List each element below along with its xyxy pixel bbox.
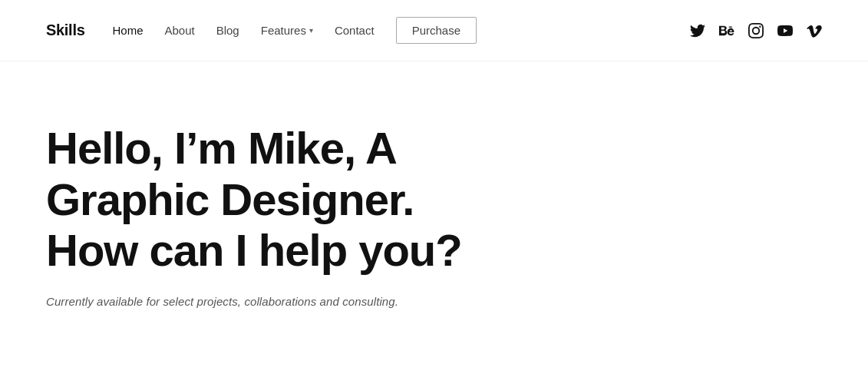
chevron-down-icon: ▾ xyxy=(309,26,313,35)
instagram-icon[interactable] xyxy=(748,23,764,38)
site-header: Skills Home About Blog Features ▾ Contac… xyxy=(0,0,868,61)
nav-item-features[interactable]: Features ▾ xyxy=(261,24,313,37)
site-logo[interactable]: Skills xyxy=(46,22,84,39)
nav-item-contact[interactable]: Contact xyxy=(335,24,375,37)
nav-item-home[interactable]: Home xyxy=(112,24,143,37)
header-left: Skills Home About Blog Features ▾ Contac… xyxy=(46,17,477,44)
nav-item-about[interactable]: About xyxy=(164,24,194,37)
youtube-icon[interactable] xyxy=(777,23,793,38)
hero-title: Hello, I’m Mike, A Graphic Designer. How… xyxy=(46,123,476,276)
twitter-icon[interactable] xyxy=(690,23,705,38)
hero-subtitle: Currently available for select projects,… xyxy=(46,295,822,308)
social-icons-group xyxy=(690,23,822,38)
behance-icon[interactable] xyxy=(719,23,734,38)
main-nav: Home About Blog Features ▾ Contact Purch… xyxy=(112,17,477,44)
purchase-button[interactable]: Purchase xyxy=(396,17,477,44)
vimeo-icon[interactable] xyxy=(807,23,822,38)
hero-section: Hello, I’m Mike, A Graphic Designer. How… xyxy=(0,61,868,308)
nav-item-blog[interactable]: Blog xyxy=(216,24,239,37)
